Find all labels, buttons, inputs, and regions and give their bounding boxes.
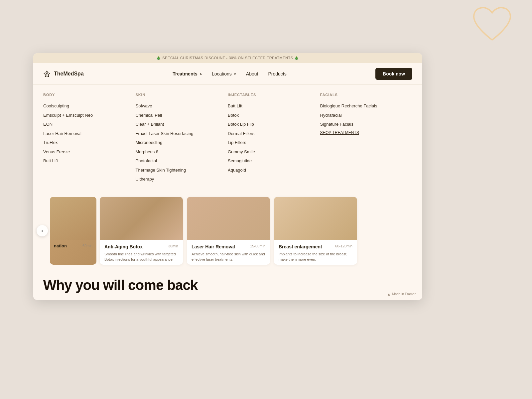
nav-about-label: About — [246, 71, 258, 76]
card-1-image — [100, 197, 183, 240]
framer-icon: ▲ — [387, 292, 391, 297]
heart-decoration — [470, 5, 514, 45]
menu-item-ultherapy[interactable]: Ultherapy — [136, 175, 221, 184]
treatment-cards-section: ‹ nation 60min Anti-Aging Botox 30min — [33, 194, 422, 267]
card-1-description: Smooth fine lines and wrinkles with targ… — [104, 251, 178, 262]
menu-item-coolsculpting[interactable]: Coolsculpting — [43, 101, 129, 111]
card-2-duration: 15-60min — [250, 244, 265, 248]
banner-text: 🎄 SPECIAL CHRISTMAS DISCOUNT - 30% ON SE… — [156, 56, 299, 60]
menu-item-laser-hair[interactable]: Laser Hair Removal — [43, 129, 129, 138]
nav-products[interactable]: Products — [268, 71, 286, 76]
menu-item-hydrafacial[interactable]: Hydrafacial — [320, 111, 406, 120]
card-1-duration: 30min — [168, 244, 178, 248]
menu-item-chemical-pell[interactable]: Chemical Pell — [136, 111, 221, 120]
menu-column-body: BODY Coolsculpting Emsculpt + Emsculpt N… — [43, 93, 136, 184]
partial-card-title: nation — [54, 243, 67, 248]
card-2-description: Achieve smooth, hair-free skin with quic… — [192, 251, 265, 262]
partial-card-duration: 60min — [82, 244, 92, 248]
chevron-down-icon: ∨ — [234, 72, 236, 76]
browser-window: 🎄 SPECIAL CHRISTMAS DISCOUNT - 30% ON SE… — [33, 53, 422, 300]
nav-products-label: Products — [268, 71, 286, 76]
menu-item-gummy-smile[interactable]: Gummy Smile — [228, 147, 314, 157]
menu-column-skin: SKIN Sofwave Chemical Pell Clear + Brill… — [136, 93, 228, 184]
treatments-dropdown: BODY Coolsculpting Emsculpt + Emsculpt N… — [33, 85, 422, 194]
menu-item-thermage[interactable]: Thermage Skin Tightening — [136, 166, 221, 175]
logo-text: TheMedSpa — [54, 71, 84, 77]
menu-item-emsculpt[interactable]: Emsculpt + Emsculpt Neo — [43, 111, 129, 120]
navbar: TheMedSpa Treatments ∧ Locations ∨ About… — [33, 63, 422, 85]
logo-icon — [43, 70, 51, 77]
made-in-framer: ▲ Made in Framer — [387, 292, 416, 297]
card-2-title-row: Laser Hair Removal 15-60min — [192, 244, 265, 249]
menu-item-botox[interactable]: Botox — [228, 111, 314, 120]
card-1-title: Anti-Aging Botox — [104, 244, 143, 249]
menu-item-truflex[interactable]: TruFlex — [43, 138, 129, 147]
card-breast-enlargement[interactable]: Breast enlargement 60-120min Implants to… — [274, 197, 357, 265]
menu-item-venus-freeze[interactable]: Venus Freeze — [43, 147, 129, 157]
svg-rect-0 — [46, 73, 48, 75]
promo-banner: 🎄 SPECIAL CHRISTMAS DISCOUNT - 30% ON SE… — [33, 53, 422, 63]
menu-item-sofwave[interactable]: Sofwave — [136, 101, 221, 111]
card-2-body: Laser Hair Removal 15-60min Achieve smoo… — [187, 240, 270, 265]
menu-item-aquagold[interactable]: Aquagold — [228, 166, 314, 175]
nav-links: Treatments ∧ Locations ∨ About Products — [173, 71, 286, 76]
menu-column-facials: FACIALS Biologique Recherche Facials Hyd… — [320, 93, 413, 184]
nav-treatments[interactable]: Treatments ∧ — [173, 71, 202, 76]
menu-item-signature-facials[interactable]: Signature Facials — [320, 120, 406, 129]
carousel-prev-button[interactable]: ‹ — [37, 225, 48, 236]
menu-item-butt-lift-body[interactable]: Butt Lift — [43, 156, 129, 166]
bottom-section: Why you will come back ▲ Made in Framer — [33, 267, 422, 300]
menu-item-photofacial[interactable]: Photofacial — [136, 156, 221, 166]
why-title: Why you will come back — [43, 277, 412, 293]
injectables-column-header: INJECTABLES — [228, 93, 314, 97]
partial-card-left: nation 60min — [50, 197, 96, 265]
menu-item-microneedling[interactable]: Microneedling — [136, 138, 221, 147]
card-anti-aging-botox[interactable]: Anti-Aging Botox 30min Smooth fine lines… — [100, 197, 183, 265]
card-3-image — [274, 197, 357, 240]
card-2-title: Laser Hair Removal — [192, 244, 235, 249]
partial-card-image — [50, 197, 96, 240]
menu-item-biologique[interactable]: Biologique Recherche Facials — [320, 101, 406, 111]
menu-item-butt-lift-inj[interactable]: Butt Lift — [228, 101, 314, 111]
card-3-description: Implants to increase the size of the bre… — [279, 251, 352, 262]
framer-text: Made in Framer — [392, 292, 416, 296]
card-3-duration: 60-120min — [335, 244, 352, 248]
menu-item-dermal-fillers[interactable]: Dermal Fillers — [228, 129, 314, 138]
menu-item-morpheus[interactable]: Morpheus 8 — [136, 147, 221, 157]
card-2-image — [187, 197, 270, 240]
nav-about[interactable]: About — [246, 71, 258, 76]
menu-item-clear-brillant[interactable]: Clear + Brillant — [136, 120, 221, 129]
nav-locations[interactable]: Locations ∨ — [212, 71, 236, 76]
skin-column-header: SKIN — [136, 93, 221, 97]
nav-locations-label: Locations — [212, 71, 232, 76]
card-3-title-row: Breast enlargement 60-120min — [279, 244, 352, 249]
menu-item-botox-lip-flip[interactable]: Botox Lip Flip — [228, 120, 314, 129]
logo[interactable]: TheMedSpa — [43, 70, 84, 77]
menu-column-injectables: INJECTABLES Butt Lift Botox Botox Lip Fl… — [228, 93, 320, 184]
menu-item-eon[interactable]: EON — [43, 120, 129, 129]
menu-item-semaglutide[interactable]: Semaglutide — [228, 156, 314, 166]
book-now-button[interactable]: Book now — [375, 68, 412, 80]
menu-item-fraxel[interactable]: Fraxel Laser Skin Resurfacing — [136, 129, 221, 138]
facials-column-header: FACIALS — [320, 93, 406, 97]
chevron-up-icon: ∧ — [200, 72, 202, 76]
card-3-body: Breast enlargement 60-120min Implants to… — [274, 240, 357, 265]
card-1-title-row: Anti-Aging Botox 30min — [104, 244, 178, 249]
menu-item-lip-fillers[interactable]: Lip Fillers — [228, 138, 314, 147]
card-laser-hair-removal[interactable]: Laser Hair Removal 15-60min Achieve smoo… — [187, 197, 270, 265]
body-column-header: BODY — [43, 93, 129, 97]
nav-treatments-label: Treatments — [173, 71, 198, 76]
card-3-title: Breast enlargement — [279, 244, 322, 249]
shop-treatments-link[interactable]: SHOP TREATMENTS — [320, 130, 359, 135]
partial-card-body: nation 60min — [50, 240, 96, 252]
card-1-body: Anti-Aging Botox 30min Smooth fine lines… — [100, 240, 183, 265]
